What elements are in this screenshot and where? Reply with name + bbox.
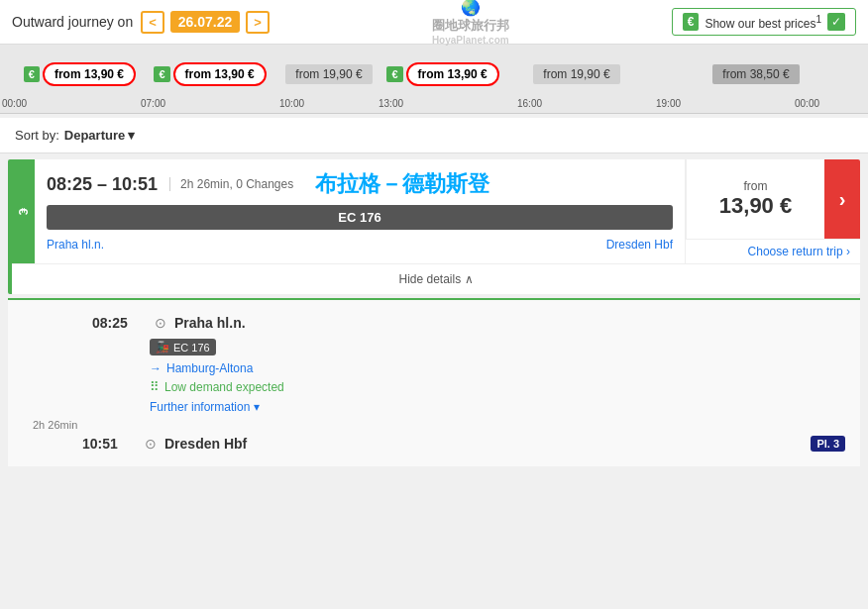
duration-block: 2h 26min (33, 419, 845, 431)
price-slot-6[interactable]: from 38,50 € (712, 64, 799, 84)
time-label-1900: 19:00 (656, 98, 795, 109)
current-date: 26.07.22 (170, 11, 241, 33)
arrival-time-col (33, 436, 82, 452)
best-prices-text: Show our best prices1 (705, 14, 821, 31)
watermark-text2: HoyaPlanet.com (432, 35, 509, 46)
timeline-slot-4[interactable]: € from 13,90 € (379, 62, 507, 86)
euro-side-badge: € (12, 159, 35, 263)
trip-card: € 08:25 – 10:51 2h 26min, 0 Changes 布拉格－… (8, 159, 860, 294)
timeline-slot-2[interactable]: € from 13,90 € (141, 62, 279, 86)
header-bar: Outward journey on < 26.07.22 > 🌏 圈地球旅行邦… (0, 0, 868, 45)
hide-details-label: Hide details (398, 272, 461, 286)
arrival-time: 10:51 (82, 436, 132, 452)
price-panel-wrapper: from 13,90 € › Choose return trip › (685, 159, 860, 263)
arrival-pin-icon: ⊙ (145, 436, 157, 452)
sort-bar: Sort by: Departure ▾ (0, 118, 868, 153)
time-label-1300: 13:00 (379, 98, 517, 109)
prev-date-button[interactable]: < (141, 11, 164, 34)
best-prices-button[interactable]: € Show our best prices1 ✓ (672, 8, 856, 36)
further-info-toggle[interactable]: Further information ▾ (150, 400, 845, 414)
duration-label: 2h 26min (33, 419, 85, 431)
train-icon: 🚂 (156, 341, 169, 354)
sort-select-button[interactable]: Departure ▾ (64, 128, 135, 143)
timeline-slots: € from 13,90 € € from 13,90 € from 19,90… (0, 52, 868, 96)
from-label: from (744, 179, 768, 193)
next-date-button[interactable]: > (246, 11, 270, 34)
card-price-panel: from 13,90 € (686, 159, 824, 239)
train-badge: EC 176 (47, 205, 673, 230)
demand-icon: ⠿ (150, 379, 160, 394)
euro-badge: € (683, 13, 700, 31)
card-main-info: 08:25 – 10:51 2h 26min, 0 Changes 布拉格－德勒… (35, 159, 685, 263)
train-num-label: EC 176 (173, 342, 210, 354)
euro-icon-4: € (386, 66, 402, 82)
station-to: Dresden Hbf (606, 238, 673, 252)
depart-pin-icon: ⊙ (155, 315, 166, 331)
sort-label: Sort by: (15, 128, 59, 143)
arrow-icon: → (150, 361, 162, 375)
time-range: 08:25 – 10:51 (47, 174, 158, 195)
watermark-main: 🌏 圈地球旅行邦 HoyaPlanet.com (270, 0, 672, 46)
arrival-row: 10:51 ⊙ Dresden Hbf Pl. 3 (82, 436, 845, 452)
time-label-1600: 16:00 (517, 98, 656, 109)
watermark-globe-icon: 🌏 (461, 0, 481, 17)
sort-dropdown-icon: ▾ (128, 128, 135, 143)
arrival-station: Dresden Hbf (164, 436, 247, 452)
timeline-slot-5[interactable]: from 19,90 € (507, 64, 646, 84)
card-top: € 08:25 – 10:51 2h 26min, 0 Changes 布拉格－… (12, 159, 860, 263)
price-slot-4[interactable]: from 13,90 € (406, 62, 499, 86)
detail-section: 08:25 ⊙ Praha hl.n. 🚂 EC 176 → Hamburg-A… (8, 298, 860, 466)
price-slot-3[interactable]: from 19,90 € (285, 64, 372, 84)
euro-icon-2: € (154, 66, 169, 82)
card-time-row: 08:25 – 10:51 2h 26min, 0 Changes 布拉格－德勒… (47, 169, 673, 199)
hide-details-toggle[interactable]: Hide details ∧ (12, 263, 860, 294)
watermark: 🌏 圈地球旅行邦 HoyaPlanet.com (270, 0, 672, 46)
select-trip-button[interactable]: › (824, 159, 860, 239)
station-from: Praha hl.n. (47, 238, 104, 252)
time-label-1000: 10:00 (279, 98, 379, 109)
chinese-destination-title: 布拉格－德勒斯登 (315, 169, 489, 199)
sort-value: Departure (64, 128, 125, 143)
main-content: € 08:25 – 10:51 2h 26min, 0 Changes 布拉格－… (0, 153, 868, 472)
demand-row: ⠿ Low demand expected (150, 379, 845, 394)
demand-label: Low demand expected (164, 380, 284, 394)
price-big: 13,90 € (719, 193, 792, 219)
hide-details-icon: ∧ (465, 272, 474, 286)
choose-return-trip[interactable]: Choose return trip › (686, 239, 860, 263)
time-label-0000: 00:00 (2, 98, 141, 109)
departure-info: 08:25 ⊙ Praha hl.n. 🚂 EC 176 → Hamburg-A… (92, 315, 845, 414)
station-row: Praha hl.n. Dresden Hbf (47, 238, 673, 252)
journey-label: Outward journey on (12, 14, 133, 30)
arrow-dest-row: → Hamburg-Altona (150, 361, 845, 375)
timeline-slot-6[interactable]: from 38,50 € (646, 64, 866, 84)
watermark-text1: 圈地球旅行邦 (432, 17, 509, 35)
date-navigation: < 26.07.22 > (141, 11, 270, 34)
further-info-icon: ▾ (254, 400, 260, 414)
euro-icon-1: € (24, 66, 40, 82)
price-slot-2[interactable]: from 13,90 € (173, 62, 267, 86)
time-labels: 00:00 07:00 10:00 13:00 16:00 19:00 00:0… (0, 96, 868, 113)
destination-label: Hamburg-Altona (166, 361, 253, 375)
further-info-label: Further information (150, 400, 250, 414)
duration-side (33, 315, 92, 414)
depart-station: Praha hl.n. (174, 315, 246, 331)
departure-block: 08:25 ⊙ Praha hl.n. 🚂 EC 176 → Hamburg-A… (33, 315, 845, 414)
timeline-bar: € from 13,90 € € from 13,90 € from 19,90… (0, 45, 868, 114)
train-num-badge: 🚂 EC 176 (150, 339, 216, 355)
price-slot-1[interactable]: from 13,90 € (43, 62, 136, 86)
best-prices-checkbox[interactable]: ✓ (827, 13, 845, 31)
departure-row: 08:25 ⊙ Praha hl.n. (92, 315, 845, 331)
time-label-0700: 07:00 (141, 98, 279, 109)
duration-changes: 2h 26min, 0 Changes (169, 177, 293, 191)
price-slot-5[interactable]: from 19,90 € (533, 64, 619, 84)
platform-badge: Pl. 3 (811, 436, 845, 452)
timeline-slot-1[interactable]: € from 13,90 € (2, 62, 141, 86)
price-area: from 13,90 € › (686, 159, 860, 239)
depart-time: 08:25 (92, 315, 142, 331)
timeline-slot-3[interactable]: from 19,90 € (279, 64, 379, 84)
arrival-block: 10:51 ⊙ Dresden Hbf Pl. 3 (33, 436, 845, 452)
train-number-row: 🚂 EC 176 (150, 339, 845, 355)
time-label-0000-end: 00:00 (795, 98, 866, 109)
